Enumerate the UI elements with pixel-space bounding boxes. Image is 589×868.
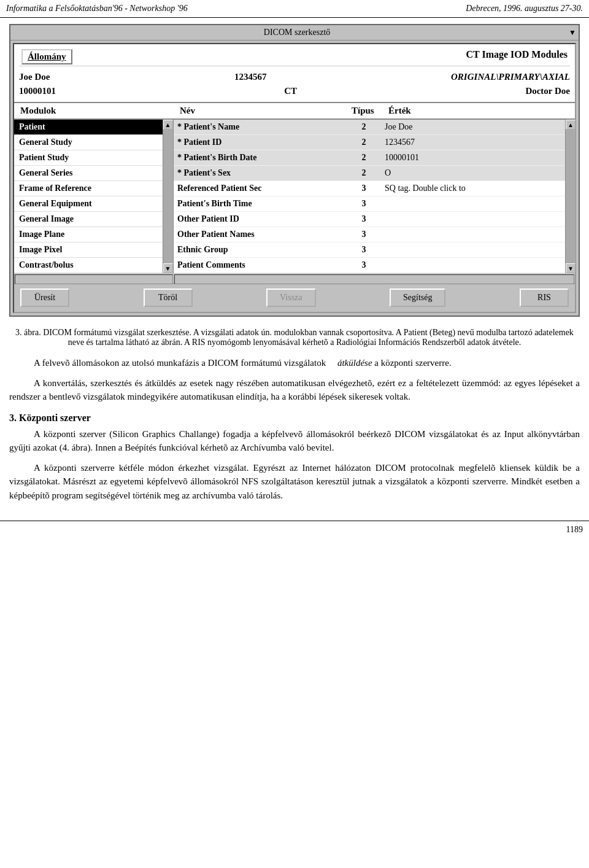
field-value-4: SQ tag. Double click to xyxy=(382,181,565,196)
modality: CT xyxy=(284,86,297,96)
field-row-sex[interactable]: * Patient's Sex 2 O xyxy=(174,166,565,181)
para-3: A konvertálás, szerkesztés és átküldés a… xyxy=(9,376,580,404)
fields-scroll-up[interactable]: ▲ xyxy=(566,120,576,130)
field-type-6: 3 xyxy=(345,212,382,227)
fields-hscroll[interactable] xyxy=(174,274,574,284)
field-type-0: 2 xyxy=(345,120,382,134)
module-list-section: Patient General Study Patient Study Gene… xyxy=(14,120,174,273)
patient-info-row1: Joe Doe 1234567 ORIGINAL\PRIMARY\AXIAL xyxy=(19,70,570,84)
field-row-birth-date[interactable]: * Patient's Birth Date 2 10000101 xyxy=(174,150,565,166)
field-row-ethnic[interactable]: Ethnic Group 3 xyxy=(174,242,565,258)
field-type-8: 3 xyxy=(345,242,382,257)
field-type-9: 3 xyxy=(345,258,382,273)
page-header: Informatika a Felsőoktatásban'96 - Netwo… xyxy=(0,0,589,18)
col-modulok: Modulok xyxy=(18,103,177,118)
patient-id-val: 1234567 xyxy=(234,72,267,82)
dicom-inner: Állomány CT Image IOD Modules Joe Doe 12… xyxy=(13,43,576,313)
field-type-2: 2 xyxy=(345,150,382,165)
fields-scroll-track[interactable] xyxy=(566,130,576,263)
module-item-general-equipment[interactable]: General Equipment xyxy=(14,196,163,212)
field-name-7: Other Patient Names xyxy=(174,227,345,242)
buttons-bar: Üresít Töröl Vissza Segítség RIS xyxy=(14,284,575,312)
figure-caption: 3. ábra. DICOM formátumú vizsgálat szerk… xyxy=(9,328,580,347)
col-nev: Név xyxy=(177,103,349,118)
menu-allomany[interactable]: Állomány xyxy=(21,49,72,64)
field-value-7 xyxy=(382,227,565,242)
field-value-6 xyxy=(382,212,565,227)
module-item-general-series[interactable]: General Series xyxy=(14,166,163,181)
main-content: DICOM szerkesztő ▼ Állomány CT Image IOD… xyxy=(0,18,589,514)
titlebar-controls[interactable]: ▼ xyxy=(569,28,576,37)
module-scroll-down[interactable]: ▼ xyxy=(163,263,173,273)
module-list: Patient General Study Patient Study Gene… xyxy=(14,120,163,273)
page-number: 1189 xyxy=(566,525,583,535)
module-item-contrast-bolus[interactable]: Contrast/bolus xyxy=(14,258,163,273)
doctor: Doctor Doe xyxy=(525,86,570,96)
field-name-8: Ethnic Group xyxy=(174,242,345,257)
field-value-2: 10000101 xyxy=(382,150,565,165)
module-list-vscroll[interactable]: ▲ ▼ xyxy=(163,120,172,273)
table-body: Patient General Study Patient Study Gene… xyxy=(14,120,575,274)
field-row-comments[interactable]: Patient Comments 3 xyxy=(174,258,565,273)
section-para-2: A központi szerverre kétféle módon érkez… xyxy=(9,461,580,503)
hscroll-row xyxy=(14,274,575,284)
col-ertek: Érték xyxy=(386,103,571,118)
header-section: Állomány CT Image IOD Modules Joe Doe 12… xyxy=(14,44,575,102)
fields-list: * Patient's Name 2 Joe Doe * Patient ID … xyxy=(174,120,565,273)
module-item-general-image[interactable]: General Image xyxy=(14,212,163,227)
field-name-9: Patient Comments xyxy=(174,258,345,273)
field-row-birth-time[interactable]: Patient's Birth Time 3 xyxy=(174,196,565,212)
caption-text: 3. ábra. DICOM formátumú vizsgálat szerk… xyxy=(15,328,191,337)
col-tipus: Típus xyxy=(349,103,386,118)
fields-vscroll[interactable]: ▲ ▼ xyxy=(565,120,575,273)
field-value-9 xyxy=(382,258,565,273)
field-name-5: Patient's Birth Time xyxy=(174,196,345,211)
section-para-1: A központi szerver (Silicon Graphics Cha… xyxy=(9,427,580,455)
ris-button[interactable]: RIS xyxy=(520,289,569,307)
module-scroll-track[interactable] xyxy=(163,130,173,263)
torol-button[interactable]: Töröl xyxy=(144,289,193,307)
module-scroll-up[interactable]: ▲ xyxy=(163,120,173,130)
module-item-patient[interactable]: Patient xyxy=(14,120,163,135)
page-footer: 1189 xyxy=(0,521,589,538)
patient-info-row2: 10000101 CT Doctor Doe xyxy=(19,84,570,98)
field-row-ref-patient[interactable]: Referenced Patient Sec 3 SQ tag. Double … xyxy=(174,181,565,196)
header-right: Debrecen, 1996. augusztus 27-30. xyxy=(466,4,583,14)
header-left: Informatika a Felsőoktatásban'96 - Netwo… xyxy=(6,4,188,14)
module-item-image-plane[interactable]: Image Plane xyxy=(14,227,163,242)
field-row-patient-name[interactable]: * Patient's Name 2 Joe Doe xyxy=(174,120,565,135)
segitseg-button[interactable]: Segítség xyxy=(390,289,445,307)
field-type-1: 2 xyxy=(345,135,382,150)
field-row-patient-id[interactable]: * Patient ID 2 1234567 xyxy=(174,135,565,150)
uresit-button[interactable]: Üresít xyxy=(20,289,69,307)
field-name-6: Other Patient ID xyxy=(174,212,345,227)
field-name-2: * Patient's Birth Date xyxy=(174,150,345,165)
column-headers: Modulok Név Típus Érték xyxy=(14,102,575,120)
module-item-patient-study[interactable]: Patient Study xyxy=(14,150,163,166)
field-type-7: 3 xyxy=(345,227,382,242)
para-2: A felvevõ állomásokon az utolsó munkafáz… xyxy=(9,356,580,370)
field-name-1: * Patient ID xyxy=(174,135,345,150)
field-row-other-id[interactable]: Other Patient ID 3 xyxy=(174,212,565,227)
vissza-button[interactable]: Vissza xyxy=(266,289,315,307)
field-value-5 xyxy=(382,196,565,211)
patient-name: Joe Doe xyxy=(19,72,50,82)
dicom-window: DICOM szerkesztő ▼ Állomány CT Image IOD… xyxy=(9,24,580,317)
fields-scroll-down[interactable]: ▼ xyxy=(566,263,576,273)
module-hscroll[interactable] xyxy=(15,274,173,284)
patient-dob: 10000101 xyxy=(19,86,56,96)
image-type: ORIGINAL\PRIMARY\AXIAL xyxy=(451,72,570,82)
field-value-1: 1234567 xyxy=(382,135,565,150)
ct-modules-label: CT Image IOD Modules xyxy=(466,49,568,64)
module-item-image-pixel[interactable]: Image Pixel xyxy=(14,242,163,258)
module-item-frame-of-reference[interactable]: Frame of Reference xyxy=(14,181,163,196)
field-row-other-names[interactable]: Other Patient Names 3 xyxy=(174,227,565,242)
field-name-3: * Patient's Sex xyxy=(174,166,345,180)
module-item-general-study[interactable]: General Study xyxy=(14,135,163,150)
section-heading: 3. Központi szerver xyxy=(9,413,580,424)
field-type-3: 2 xyxy=(345,166,382,180)
dicom-titlebar: DICOM szerkesztő ▼ xyxy=(10,25,579,41)
fields-section: * Patient's Name 2 Joe Doe * Patient ID … xyxy=(174,120,575,273)
field-value-8 xyxy=(382,242,565,257)
field-type-5: 3 xyxy=(345,196,382,211)
